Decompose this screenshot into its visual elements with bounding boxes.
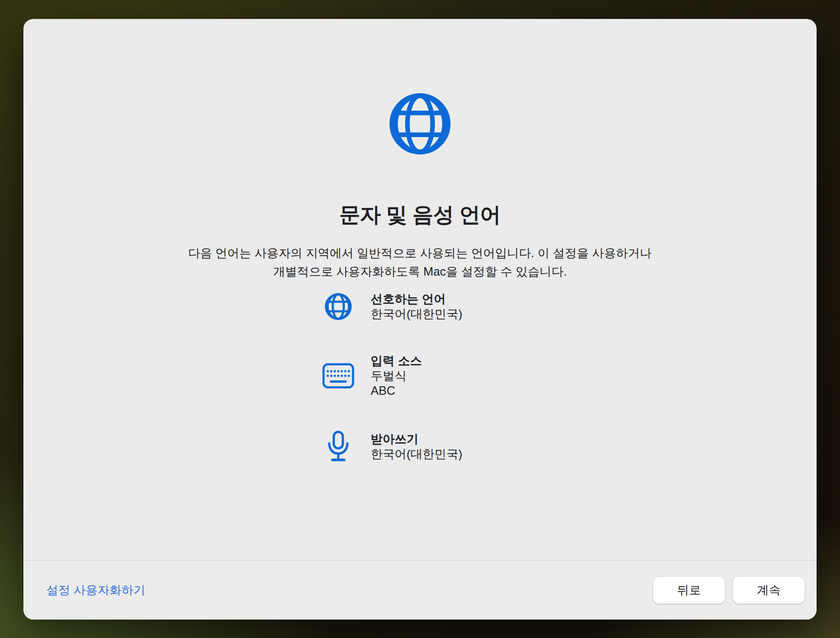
dictation-text: 받아쓰기 한국어(대한민국) — [371, 432, 462, 462]
keyboard-icon — [322, 362, 355, 389]
input-sources-text: 입력 소스 두벌식 ABC — [371, 353, 422, 398]
page-description-line1: 다음 언어는 사용자의 지역에서 일반적으로 사용되는 언어입니다. 이 설정을… — [23, 244, 817, 262]
input-sources-title: 입력 소스 — [371, 353, 422, 368]
input-sources-value-2: ABC — [371, 383, 422, 398]
input-sources-value-1: 두벌식 — [371, 368, 422, 383]
footer-buttons: 뒤로 계속 — [653, 577, 805, 604]
language-settings-list: 선호하는 언어 한국어(대한민국) 입력 소스 두벌식 ABC — [322, 292, 462, 495]
globe-icon — [322, 292, 355, 321]
back-button[interactable]: 뒤로 — [653, 577, 725, 604]
input-sources-row: 입력 소스 두벌식 ABC — [322, 353, 462, 398]
page-description-line2: 개별적으로 사용자화하도록 Mac을 설정할 수 있습니다. — [23, 262, 817, 281]
preferred-language-row: 선호하는 언어 한국어(대한민국) — [322, 292, 462, 321]
microphone-icon — [322, 430, 355, 463]
preferred-language-value: 한국어(대한민국) — [371, 307, 462, 321]
dictation-value: 한국어(대한민국) — [371, 447, 462, 462]
footer-bar: 설정 사용자화하기 뒤로 계속 — [23, 560, 817, 620]
page-title: 문자 및 음성 언어 — [23, 201, 817, 229]
globe-icon — [387, 91, 453, 157]
continue-button[interactable]: 계속 — [733, 577, 805, 604]
page-description: 다음 언어는 사용자의 지역에서 일반적으로 사용되는 언어입니다. 이 설정을… — [23, 244, 817, 281]
dictation-title: 받아쓰기 — [371, 432, 462, 447]
setup-assistant-window: 문자 및 음성 언어 다음 언어는 사용자의 지역에서 일반적으로 사용되는 언… — [23, 19, 817, 620]
dictation-row: 받아쓰기 한국어(대한민국) — [322, 430, 462, 463]
preferred-language-text: 선호하는 언어 한국어(대한민국) — [371, 292, 462, 321]
preferred-language-title: 선호하는 언어 — [371, 292, 462, 307]
customize-settings-link[interactable]: 설정 사용자화하기 — [46, 582, 145, 598]
